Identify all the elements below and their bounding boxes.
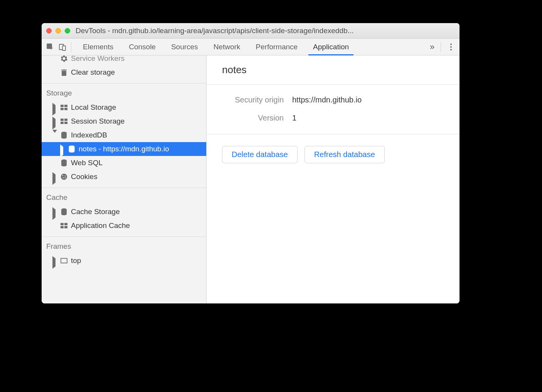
svg-rect-21	[64, 223, 67, 225]
database-properties: Security origin https://mdn.github.io Ve…	[207, 85, 460, 134]
inspect-element-icon[interactable]	[44, 41, 56, 53]
application-sidebar: Service Workers Clear storage Storage Lo…	[42, 55, 207, 303]
sidebar-item-service-workers[interactable]: Service Workers	[42, 55, 206, 65]
database-name-heading: notes	[207, 55, 460, 85]
sidebar-item-indexeddb[interactable]: IndexedDB	[42, 128, 206, 142]
tab-performance[interactable]: Performance	[248, 39, 305, 55]
sidebar-group-frames: Frames	[42, 237, 206, 254]
refresh-database-button[interactable]: Refresh database	[305, 146, 385, 163]
gear-icon	[60, 55, 68, 62]
database-icon	[60, 159, 68, 167]
sidebar-item-label: Local Storage	[71, 103, 116, 112]
version-value: 1	[292, 114, 296, 122]
sidebar-item-label: Session Storage	[71, 117, 125, 126]
svg-point-18	[65, 178, 66, 179]
table-icon	[60, 222, 68, 230]
svg-rect-7	[61, 119, 64, 121]
svg-rect-3	[61, 105, 64, 107]
sidebar-item-clear-storage[interactable]: Clear storage	[42, 65, 206, 79]
database-actions: Delete database Refresh database	[207, 134, 460, 175]
table-icon	[60, 104, 68, 111]
close-window-button[interactable]	[46, 28, 52, 34]
sidebar-item-label: top	[71, 256, 81, 265]
sidebar-item-label: Cache Storage	[71, 208, 120, 216]
devtools-menu-button[interactable]	[445, 41, 457, 53]
table-icon	[60, 117, 68, 125]
svg-rect-10	[64, 122, 67, 124]
frame-icon	[60, 257, 68, 265]
tab-elements[interactable]: Elements	[75, 39, 121, 55]
sidebar-item-label: Clear storage	[71, 68, 115, 77]
panel-body: Service Workers Clear storage Storage Lo…	[42, 55, 460, 303]
database-detail-panel: notes Security origin https://mdn.github…	[207, 55, 460, 303]
security-origin-label: Security origin	[222, 95, 284, 104]
devtools-window: DevTools - mdn.github.io/learning-area/j…	[42, 23, 460, 303]
svg-point-15	[62, 175, 64, 176]
svg-rect-4	[64, 105, 67, 107]
version-row: Version 1	[222, 114, 444, 122]
svg-rect-24	[61, 258, 67, 263]
minimize-window-button[interactable]	[56, 28, 61, 34]
sidebar-item-label: Service Workers	[71, 55, 125, 63]
zoom-window-button[interactable]	[65, 28, 70, 34]
database-icon	[68, 145, 76, 153]
sidebar-group-cache: Cache	[42, 188, 206, 205]
security-origin-value: https://mdn.github.io	[292, 95, 362, 104]
svg-point-17	[63, 178, 64, 179]
tab-console[interactable]: Console	[121, 39, 163, 55]
svg-rect-8	[64, 119, 67, 121]
sidebar-item-label: Cookies	[71, 173, 98, 181]
svg-rect-5	[61, 108, 64, 110]
toolbar-separator	[71, 42, 71, 52]
sidebar-item-label: IndexedDB	[71, 131, 107, 139]
sidebar-item-label: Application Cache	[71, 221, 130, 230]
trash-icon	[60, 69, 68, 76]
sidebar-item-local-storage[interactable]: Local Storage	[42, 101, 206, 114]
sidebar-item-web-sql[interactable]: Web SQL	[42, 156, 206, 170]
svg-rect-2	[62, 46, 66, 50]
svg-rect-22	[61, 226, 64, 228]
sidebar-item-cache-storage[interactable]: Cache Storage	[42, 205, 206, 219]
sidebar-item-session-storage[interactable]: Session Storage	[42, 114, 206, 128]
database-icon	[60, 131, 68, 139]
titlebar: DevTools - mdn.github.io/learning-area/j…	[42, 23, 460, 39]
svg-point-16	[65, 176, 66, 177]
delete-database-button[interactable]: Delete database	[222, 146, 298, 163]
tab-sources[interactable]: Sources	[163, 39, 206, 55]
sidebar-item-label: Web SQL	[71, 159, 103, 167]
sidebar-item-cookies[interactable]: Cookies	[42, 170, 206, 184]
svg-rect-6	[64, 108, 67, 110]
sidebar-item-top-frame[interactable]: top	[42, 254, 206, 268]
sidebar-group-storage: Storage	[42, 84, 206, 101]
svg-rect-20	[61, 223, 64, 225]
overflow-tabs-button[interactable]: »	[426, 41, 438, 53]
sidebar-item-application-cache[interactable]: Application Cache	[42, 219, 206, 233]
security-origin-row: Security origin https://mdn.github.io	[222, 95, 444, 104]
version-label: Version	[222, 114, 284, 122]
panel-tabs: Elements Console Sources Network Perform…	[75, 39, 426, 55]
svg-rect-23	[64, 226, 67, 228]
sidebar-item-label: notes - https://mdn.github.io	[79, 145, 169, 153]
devtools-toolbar: Elements Console Sources Network Perform…	[42, 39, 460, 55]
svg-point-14	[61, 174, 67, 180]
database-icon	[60, 208, 68, 216]
sidebar-item-notes-db[interactable]: notes - https://mdn.github.io	[42, 142, 206, 156]
tab-network[interactable]: Network	[206, 39, 248, 55]
device-toolbar-icon[interactable]	[56, 41, 69, 53]
window-controls	[46, 28, 70, 34]
cookie-icon	[60, 173, 68, 181]
svg-rect-9	[61, 122, 64, 124]
toolbar-separator	[441, 42, 441, 52]
window-title: DevTools - mdn.github.io/learning-area/j…	[76, 27, 455, 35]
tab-application[interactable]: Application	[305, 39, 357, 55]
